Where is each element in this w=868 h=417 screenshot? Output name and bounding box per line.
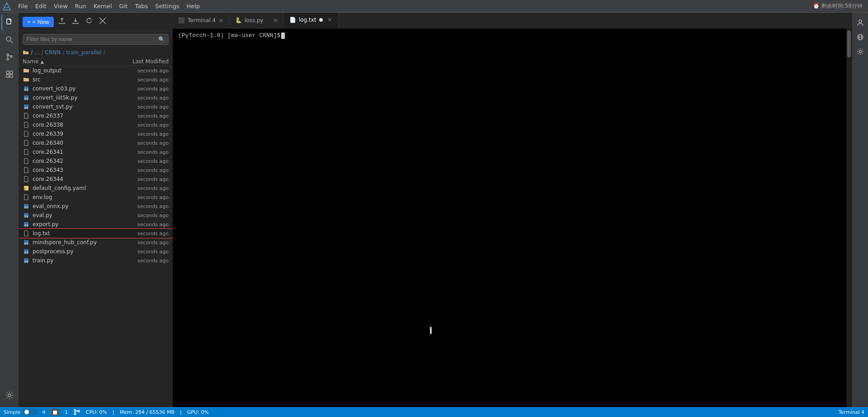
menubar: File Edit View Run Kernel Git Tabs Setti… — [0, 0, 868, 13]
new-button[interactable]: + + New — [23, 17, 54, 27]
terminal-area[interactable]: (PyTorch-1.8) [ma-user CRNN]$ ▐ — [173, 28, 852, 407]
menu-tabs[interactable]: Tabs — [131, 2, 151, 10]
file-item[interactable]: log_output seconds ago — [19, 66, 172, 75]
simple-toggle[interactable] — [24, 409, 37, 415]
file-item[interactable]: py postprocess.py seconds ago — [19, 247, 172, 256]
upload-button[interactable] — [57, 15, 67, 28]
refresh-button[interactable] — [84, 15, 94, 28]
activity-search[interactable] — [1, 32, 18, 48]
file-item[interactable]: env.log seconds ago — [19, 193, 172, 202]
main-layout: + + New — [0, 13, 868, 407]
tab-logtxt-close[interactable]: ✕ — [327, 16, 332, 24]
menu-kernel[interactable]: Kernel — [90, 2, 116, 10]
svg-point-41 — [74, 413, 76, 415]
app-logo — [2, 1, 12, 11]
svg-text:py: py — [24, 106, 28, 109]
file-item[interactable]: py eval_onnx.py seconds ago — [19, 202, 172, 211]
breadcrumb-slash: / — [31, 49, 33, 56]
file-name: postprocess.py — [33, 248, 123, 255]
activity-git[interactable] — [1, 49, 18, 65]
file-item[interactable]: py export.py seconds ago — [19, 220, 172, 229]
svg-rect-3 — [7, 21, 11, 22]
menu-view[interactable]: View — [50, 2, 71, 10]
file-item[interactable]: py convert_ic03.py seconds ago — [19, 84, 172, 93]
file-item[interactable]: core.26341 seconds ago — [19, 147, 172, 156]
file-modified: seconds ago — [123, 167, 169, 173]
svg-text:py: py — [24, 205, 28, 209]
timer-display: ⏰ 剩余时间:58分钟 — [813, 2, 866, 10]
plus-icon: + — [27, 19, 31, 25]
svg-text:py: py — [24, 223, 28, 227]
menu-file[interactable]: File — [14, 2, 32, 10]
file-panel-toolbar: + + New — [19, 13, 172, 31]
file-item[interactable]: core.26337 seconds ago — [19, 111, 172, 120]
search-input[interactable] — [23, 34, 169, 45]
download-button[interactable] — [70, 15, 81, 28]
breadcrumb-sep2: / — [62, 49, 64, 56]
tab-losspy[interactable]: 🐍 loss.py ✕ — [230, 13, 284, 28]
file-modified: seconds ago — [123, 95, 169, 101]
terminal-scrollthumb[interactable] — [847, 30, 851, 57]
status-indicators: 4 — [42, 409, 46, 415]
file-type-icon — [23, 194, 30, 201]
svg-text:py: py — [24, 260, 28, 263]
svg-text:py: py — [24, 251, 28, 254]
menu-settings[interactable]: Settings — [151, 2, 183, 10]
file-modified: seconds ago — [123, 86, 169, 92]
file-item[interactable]: py mindspore_hub_conf.py seconds ago — [19, 238, 172, 247]
file-modified: seconds ago — [123, 113, 169, 119]
file-modified: seconds ago — [123, 258, 169, 264]
file-item[interactable]: src seconds ago — [19, 75, 172, 84]
col-modified-label[interactable]: Last Modified — [132, 58, 169, 65]
svg-rect-10 — [6, 71, 9, 74]
file-name: env.log — [33, 194, 123, 200]
file-item[interactable]: core.26340 seconds ago — [19, 138, 172, 147]
file-item[interactable]: core.26338 seconds ago — [19, 120, 172, 129]
tab-logtxt[interactable]: 📄 log.txt ✕ — [284, 13, 338, 28]
tab-terminal4[interactable]: ⬛ Terminal 4 ✕ — [173, 13, 230, 28]
file-name: log_output — [33, 67, 123, 74]
file-item[interactable]: Y: default_config.yaml seconds ago — [19, 184, 172, 193]
file-item[interactable]: py convert_svt.py seconds ago — [19, 102, 172, 111]
svg-rect-12 — [6, 75, 9, 77]
file-modified: seconds ago — [123, 122, 169, 128]
file-item[interactable]: log.txt seconds ago — [19, 229, 172, 238]
git-button[interactable] — [97, 15, 108, 28]
status-gpu: GPU: 0% — [187, 409, 209, 415]
right-icon-user[interactable] — [854, 16, 867, 29]
file-type-icon — [23, 121, 30, 128]
status-sep2: | — [180, 409, 182, 415]
tab-terminal4-close[interactable]: ✕ — [218, 17, 224, 24]
breadcrumb-ellipsis[interactable]: ... — [34, 49, 39, 56]
col-name-label[interactable]: Name — [23, 58, 38, 65]
file-item[interactable]: py train.py seconds ago — [19, 256, 172, 265]
breadcrumb-crnn[interactable]: CRNN — [45, 49, 61, 56]
file-item[interactable]: py convert_iiit5k.py seconds ago — [19, 93, 172, 102]
right-sidebar — [852, 13, 868, 407]
right-panel: ⬛ Terminal 4 ✕ 🐍 loss.py ✕ 📄 log.txt ✕ (… — [173, 13, 852, 407]
menu-run[interactable]: Run — [71, 2, 90, 10]
terminal-scrollbar[interactable] — [846, 28, 852, 407]
file-item[interactable]: core.26342 seconds ago — [19, 156, 172, 166]
file-item[interactable]: core.26339 seconds ago — [19, 129, 172, 138]
right-icon-settings[interactable] — [854, 45, 867, 58]
breadcrumb-train-parallel[interactable]: train_parallel — [66, 49, 102, 56]
terminal-icon: ⬛ — [178, 17, 185, 24]
file-modified: seconds ago — [123, 204, 169, 209]
activity-files[interactable] — [1, 14, 18, 31]
menu-git[interactable]: Git — [116, 2, 132, 10]
activity-settings[interactable] — [1, 387, 18, 403]
file-name: convert_iiit5k.py — [33, 95, 123, 101]
file-item[interactable]: core.26343 seconds ago — [19, 166, 172, 175]
menu-help[interactable]: Help — [183, 2, 204, 10]
menu-edit[interactable]: Edit — [32, 2, 50, 10]
file-name: core.26340 — [33, 140, 123, 146]
activity-extensions[interactable] — [1, 66, 18, 82]
file-item[interactable]: core.26344 seconds ago — [19, 175, 172, 184]
file-name: eval.py — [33, 212, 123, 218]
tab-losspy-close[interactable]: ✕ — [273, 17, 278, 24]
right-icon-globe[interactable] — [854, 31, 867, 43]
file-modified: seconds ago — [123, 231, 169, 237]
file-item[interactable]: py eval.py seconds ago — [19, 211, 172, 220]
terminal-prompt: (PyTorch-1.8) [ma-user CRNN]$ — [178, 32, 846, 39]
